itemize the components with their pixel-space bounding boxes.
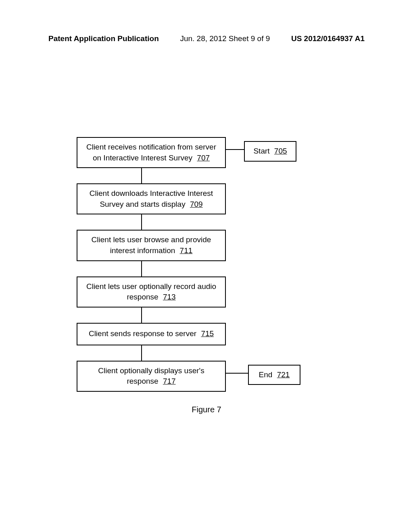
step-box-717: Client optionally displays user's respon… [77, 361, 226, 392]
connector-vertical [141, 345, 142, 361]
end-box: End 721 [248, 365, 300, 385]
step-text: Client optionally displays user's respon… [98, 366, 204, 386]
step-box-709: Client downloads Interactive Interest Su… [77, 183, 226, 214]
step-ref: 717 [163, 377, 176, 385]
step-ref: 709 [190, 200, 203, 208]
step-ref: 715 [201, 329, 214, 338]
step-box-713: Client lets user optionally record audio… [77, 276, 226, 308]
step-box-707: Client receives notification from server… [77, 137, 226, 168]
connector-to-start [226, 149, 244, 150]
step-text: Client lets user browse and provide inte… [92, 235, 211, 255]
step-ref: 707 [197, 154, 210, 162]
connector-vertical [141, 308, 142, 323]
step-box-715: Client sends response to server 715 [77, 323, 226, 345]
step-ref: 713 [163, 293, 176, 301]
start-box: Start 705 [244, 141, 296, 162]
step-text: Client lets user optionally record audio… [86, 282, 216, 301]
header-date-sheet: Jun. 28, 2012 Sheet 9 of 9 [180, 34, 270, 43]
start-ref: 705 [274, 147, 287, 155]
start-label: Start [253, 147, 269, 155]
page-header: Patent Application Publication Jun. 28, … [0, 34, 413, 43]
connector-to-end [226, 373, 248, 374]
end-label: End [259, 370, 273, 379]
end-ref: 721 [277, 370, 290, 379]
header-publication: Patent Application Publication [48, 34, 159, 43]
step-text: Client sends response to server [89, 329, 196, 338]
connector-vertical [141, 261, 142, 276]
header-pub-number: US 2012/0164937 A1 [291, 34, 365, 43]
connector-vertical [141, 168, 142, 183]
step-ref: 711 [180, 246, 193, 255]
flowchart-diagram: Client receives notification from server… [77, 137, 359, 392]
step-box-711: Client lets user browse and provide inte… [77, 230, 226, 261]
connector-vertical [141, 214, 142, 230]
figure-caption: Figure 7 [0, 405, 413, 414]
